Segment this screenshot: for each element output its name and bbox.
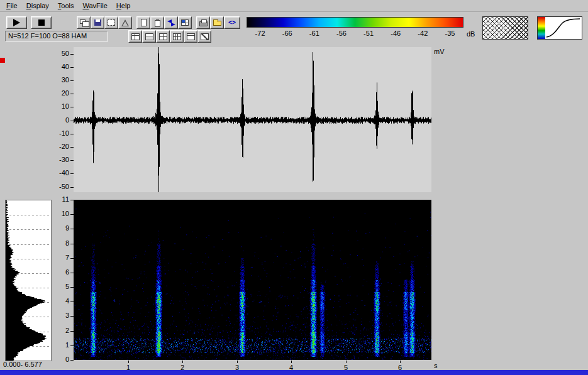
print-button[interactable] bbox=[196, 16, 210, 29]
spec-y-label: 6 bbox=[53, 268, 69, 276]
triangle-icon bbox=[121, 19, 129, 26]
tick-mark bbox=[70, 316, 74, 317]
palette-pattern-button[interactable] bbox=[482, 16, 528, 40]
clipboard-icon bbox=[155, 20, 160, 27]
spec-y-label: 7 bbox=[53, 254, 69, 262]
db-unit-label: dB bbox=[467, 30, 475, 38]
tick-mark bbox=[346, 361, 347, 363]
tick-mark bbox=[70, 94, 74, 94]
tick-mark bbox=[70, 244, 74, 244]
spec-x-label: 4 bbox=[285, 364, 297, 372]
page-icon bbox=[141, 19, 147, 26]
grid-icon bbox=[181, 19, 189, 26]
spec-x-label: 2 bbox=[176, 364, 189, 372]
tile-windows-button[interactable] bbox=[178, 16, 192, 29]
layout-single-button[interactable] bbox=[184, 30, 197, 43]
colorbar-tick-label: -56 bbox=[328, 30, 355, 37]
palette-strip-icon bbox=[538, 17, 545, 39]
layout-main-left-button[interactable] bbox=[128, 30, 142, 43]
tick-mark bbox=[70, 287, 74, 288]
open-file-button[interactable] bbox=[210, 16, 224, 29]
wave-y-label: 30 bbox=[53, 76, 69, 84]
colorbar-tick-label: -46 bbox=[382, 30, 409, 37]
transfer-button[interactable] bbox=[164, 16, 178, 29]
play-button[interactable] bbox=[6, 16, 27, 29]
menu-item-display[interactable]: Display bbox=[23, 1, 54, 11]
tick-mark bbox=[70, 67, 74, 68]
cascade-windows-button[interactable] bbox=[77, 16, 91, 29]
spectrum-histogram-canvas bbox=[6, 200, 51, 361]
tick-mark bbox=[70, 229, 74, 229]
tick-mark bbox=[70, 214, 74, 215]
stop-button[interactable] bbox=[31, 16, 52, 29]
print-icon bbox=[199, 21, 208, 26]
folder-icon bbox=[213, 21, 221, 26]
spectrogram-display[interactable] bbox=[74, 200, 431, 360]
spec-y-label: 5 bbox=[53, 283, 69, 291]
tick-mark bbox=[182, 361, 183, 363]
annotate-button[interactable] bbox=[197, 30, 211, 43]
tick-mark bbox=[70, 107, 74, 107]
menu-item-tools[interactable]: Tools bbox=[54, 1, 79, 11]
menu-item-help[interactable]: Help bbox=[113, 1, 136, 11]
tick-mark bbox=[70, 80, 74, 81]
colorbar: -72-66-61-56-51-46-42-35 bbox=[247, 17, 463, 37]
layout-rows-button[interactable] bbox=[142, 30, 156, 43]
tick-mark bbox=[70, 54, 74, 55]
spec-x-label: 6 bbox=[394, 364, 406, 372]
colorbar-tick-label: -51 bbox=[355, 30, 382, 37]
angles-icon bbox=[226, 19, 238, 26]
wave-y-label: 40 bbox=[53, 63, 69, 71]
layout-grid-button[interactable] bbox=[170, 30, 184, 43]
colorbar-tick-label: -72 bbox=[247, 30, 274, 37]
app-window: FileDisplayToolsWavFileHelp N=512 F=100 … bbox=[0, 0, 588, 375]
play-icon bbox=[13, 19, 20, 26]
spec-y-label: 1 bbox=[53, 341, 69, 349]
win-grid-icon bbox=[173, 33, 181, 40]
wave-y-label: 20 bbox=[53, 89, 69, 97]
tick-mark bbox=[70, 121, 74, 121]
tick-mark bbox=[70, 200, 74, 200]
swap-icon bbox=[167, 19, 175, 26]
step-arrows-button[interactable] bbox=[224, 16, 240, 29]
spec-y-label: 10 bbox=[53, 210, 69, 218]
layout-quad-button[interactable] bbox=[156, 30, 170, 43]
mv-unit-label: mV bbox=[434, 48, 445, 55]
tick-mark bbox=[291, 361, 292, 363]
menu-item-wavfile[interactable]: WavFile bbox=[79, 1, 113, 11]
edit-icon bbox=[201, 33, 209, 40]
tick-mark bbox=[70, 160, 74, 161]
wave-y-label: -40 bbox=[53, 169, 69, 177]
spec-y-label: 3 bbox=[53, 312, 69, 320]
spec-y-label: 0 bbox=[53, 356, 69, 364]
save-icon bbox=[94, 19, 101, 26]
wave-y-label: 50 bbox=[53, 50, 69, 58]
colorbar-labels: -72-66-61-56-51-46-42-35 bbox=[247, 30, 463, 37]
tick-mark bbox=[400, 361, 401, 363]
colorbar-tick-label: -35 bbox=[436, 30, 463, 37]
tick-mark bbox=[128, 361, 129, 363]
tick-mark bbox=[70, 302, 74, 302]
transfer-curve-button[interactable] bbox=[537, 16, 582, 40]
oscillogram-display[interactable] bbox=[74, 47, 431, 192]
copy-page-button[interactable] bbox=[136, 16, 150, 29]
menu-item-file[interactable]: File bbox=[3, 1, 23, 11]
toolbar-row2 bbox=[128, 30, 211, 43]
wave-y-label: -20 bbox=[53, 143, 69, 151]
transfer-curve-icon bbox=[546, 18, 580, 38]
win-single-icon bbox=[187, 33, 195, 40]
triangle-marker-button[interactable] bbox=[118, 16, 132, 29]
red-marker bbox=[0, 58, 5, 63]
spec-x-label: 3 bbox=[231, 364, 243, 372]
colorbar-tick-label: -42 bbox=[409, 30, 436, 37]
spec-x-label: 1 bbox=[122, 364, 135, 372]
spec-y-label: 4 bbox=[53, 297, 69, 305]
selection-button[interactable] bbox=[104, 16, 118, 29]
wave-y-label: 0 bbox=[53, 116, 69, 124]
colorbar-tick-label: -61 bbox=[301, 30, 328, 37]
tick-mark bbox=[70, 273, 74, 273]
paste-button[interactable] bbox=[150, 16, 164, 29]
save-button[interactable] bbox=[91, 16, 104, 29]
tick-mark bbox=[70, 258, 74, 259]
stop-icon bbox=[38, 19, 45, 26]
